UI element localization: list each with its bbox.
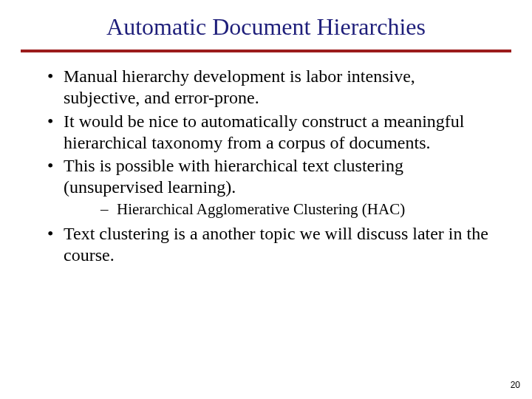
list-item: This is possible with hierarchical text … [37,155,495,219]
sub-bullet-list: Hierarchical Agglomerative Clustering (H… [64,200,495,219]
horizontal-rule [21,50,511,52]
slide: Automatic Document Hierarchies Manual hi… [0,0,532,399]
list-item: Text clustering is a another topic we wi… [37,223,495,267]
bullet-text: This is possible with hierarchical text … [64,156,403,197]
sub-bullet-text: Hierarchical Agglomerative Clustering (H… [117,200,405,218]
bullet-text: It would be nice to automatically constr… [64,112,465,152]
page-number: 20 [511,380,520,390]
bullet-list: Manual hierarchy development is labor in… [37,66,495,267]
bullet-text: Text clustering is a another topic we wi… [64,224,488,265]
list-item: It would be nice to automatically constr… [37,111,495,154]
slide-title: Automatic Document Hierarchies [0,0,532,50]
list-item: Hierarchical Agglomerative Clustering (H… [64,200,495,219]
slide-body: Manual hierarchy development is labor in… [0,66,532,267]
bullet-text: Manual hierarchy development is labor in… [64,66,415,107]
list-item: Manual hierarchy development is labor in… [37,66,495,109]
